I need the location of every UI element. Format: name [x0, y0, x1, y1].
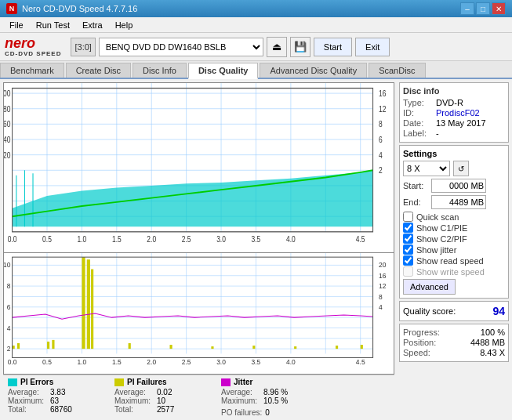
settings-reset-button[interactable]: ↺: [453, 161, 469, 176]
disc-label-row: Label: -: [403, 129, 505, 138]
svg-text:16: 16: [379, 272, 387, 280]
settings-title: Settings: [403, 149, 505, 158]
advanced-button[interactable]: Advanced: [403, 279, 456, 295]
tab-advanced-disc-quality[interactable]: Advanced Disc Quality: [260, 63, 367, 78]
maximize-button[interactable]: □: [476, 2, 490, 15]
show-read-speed-checkbox[interactable]: [403, 255, 413, 266]
svg-text:4.5: 4.5: [356, 234, 365, 244]
show-c2pif-label: Show C2/PIF: [416, 234, 467, 244]
svg-text:3.5: 3.5: [252, 234, 261, 244]
minimize-button[interactable]: –: [460, 2, 474, 15]
speed-label: Speed:: [403, 348, 430, 357]
progress-value: 100 %: [481, 328, 505, 337]
pi-errors-max-row: Maximum: 63: [8, 396, 102, 405]
svg-text:4: 4: [379, 150, 383, 160]
menu-run-test[interactable]: Run Test: [30, 19, 76, 31]
exit-button[interactable]: Exit: [355, 38, 390, 56]
svg-text:2.0: 2.0: [147, 234, 156, 244]
chart-panel: 100 80 60 40 20 16 12 8 6 4 2: [3, 82, 394, 419]
disc-date-row: Date: 13 May 2017: [403, 118, 505, 128]
end-mb-input[interactable]: [431, 195, 486, 209]
titlebar-title: Nero CD-DVD Speed 4.7.7.16: [22, 4, 137, 13]
svg-rect-82: [91, 270, 93, 349]
svg-rect-78: [47, 342, 49, 349]
tab-scan-disc[interactable]: ScanDisc: [369, 63, 425, 78]
pi-failures-max-value: 10: [157, 396, 165, 405]
jitter-avg-label: Average:: [221, 388, 260, 396]
jitter-max-label: Maximum:: [221, 396, 260, 405]
menu-help[interactable]: Help: [109, 19, 140, 31]
disc-info-section: Disc info Type: DVD-R ID: ProdiscF02 Dat…: [399, 82, 509, 143]
svg-text:0.5: 0.5: [42, 234, 52, 244]
svg-text:2: 2: [379, 165, 383, 175]
svg-text:40: 40: [4, 135, 10, 144]
pi-failures-total-row: Total: 2577: [114, 405, 209, 414]
svg-text:12: 12: [379, 104, 386, 114]
pi-errors-stats: PI Errors Average: 3.83 Maximum: 63 Tota…: [8, 378, 102, 417]
tab-disc-quality[interactable]: Disc Quality: [188, 63, 259, 79]
svg-text:16: 16: [379, 89, 386, 98]
show-c2pif-checkbox[interactable]: [403, 234, 413, 244]
show-jitter-checkbox[interactable]: [403, 244, 413, 255]
position-row: Position: 4488 MB: [403, 338, 505, 347]
tab-benchmark[interactable]: Benchmark: [0, 63, 64, 78]
svg-rect-80: [82, 257, 85, 349]
start-mb-input[interactable]: [431, 179, 486, 193]
pi-failures-max-row: Maximum: 10: [114, 396, 209, 405]
bottom-chart-svg: 10 8 6 4 2 20 16 12 8 4: [4, 253, 394, 374]
logo: nero CD-DVD SPEED: [5, 36, 61, 57]
svg-rect-85: [211, 346, 213, 349]
save-button[interactable]: 💾: [290, 37, 310, 57]
svg-text:1.0: 1.0: [78, 358, 87, 366]
menu-file[interactable]: File: [3, 19, 30, 31]
titlebar: N Nero CD-DVD Speed 4.7.7.16 – □ ✕: [0, 0, 512, 17]
start-button[interactable]: Start: [314, 38, 352, 56]
bottom-chart: 10 8 6 4 2 20 16 12 8 4: [3, 253, 394, 375]
tab-create-disc[interactable]: Create Disc: [66, 63, 131, 78]
show-jitter-label: Show jitter: [416, 245, 456, 255]
svg-text:0.0: 0.0: [8, 234, 17, 244]
show-write-speed-checkbox[interactable]: [403, 266, 413, 277]
start-mb-label: Start:: [403, 181, 428, 190]
show-write-speed-row: Show write speed: [403, 266, 505, 277]
jitter-header: Jitter: [221, 378, 315, 386]
show-write-speed-label: Show write speed: [416, 267, 485, 277]
quality-score-section: Quality score: 94: [399, 301, 509, 321]
top-chart-svg: 100 80 60 40 20 16 12 8 6 4 2: [4, 83, 394, 252]
drive-select[interactable]: BENQ DVD DD DW1640 BSLB: [99, 38, 263, 56]
jitter-max-value: 10.5 %: [263, 396, 288, 405]
pi-failures-color: [114, 378, 124, 386]
disc-date-label: Date:: [403, 118, 433, 128]
svg-text:1.5: 1.5: [112, 234, 122, 244]
svg-text:6: 6: [379, 135, 383, 144]
tab-disc-info[interactable]: Disc Info: [133, 63, 187, 78]
menu-extra[interactable]: Extra: [76, 19, 109, 31]
disc-id-value: ProdiscF02: [436, 108, 480, 118]
quick-scan-checkbox[interactable]: [403, 212, 413, 222]
show-c1pie-checkbox[interactable]: [403, 223, 413, 233]
svg-rect-84: [169, 345, 172, 349]
po-failures-label: PO failures:: [221, 408, 262, 417]
titlebar-left: N Nero CD-DVD Speed 4.7.7.16: [6, 3, 137, 14]
tabs-bar: Benchmark Create Disc Disc Info Disc Qua…: [0, 61, 512, 79]
quick-scan-label: Quick scan: [416, 212, 459, 222]
stats-bar: PI Errors Average: 3.83 Maximum: 63 Tota…: [3, 375, 394, 419]
close-button[interactable]: ✕: [492, 2, 506, 15]
progress-label: Progress:: [403, 328, 440, 337]
pi-errors-avg-value: 3.83: [50, 388, 65, 396]
speed-row: Speed: 8.43 X: [403, 348, 505, 357]
svg-rect-89: [361, 345, 363, 349]
pi-errors-total-row: Total: 68760: [8, 405, 102, 414]
svg-text:8: 8: [379, 119, 383, 129]
show-read-speed-label: Show read speed: [416, 256, 484, 266]
pi-errors-max-label: Maximum:: [8, 396, 47, 405]
speed-select[interactable]: 8 X MAX 2 X 4 X 6 X 12 X 16 X: [403, 161, 450, 176]
eject-button[interactable]: ⏏: [267, 37, 287, 57]
pi-failures-total-label: Total:: [114, 405, 154, 414]
disc-date-value: 13 May 2017: [436, 118, 486, 128]
start-row: Start:: [403, 179, 505, 193]
svg-text:6: 6: [7, 303, 11, 311]
show-jitter-row: Show jitter: [403, 244, 505, 255]
svg-text:3.0: 3.0: [216, 358, 226, 366]
disc-type-label: Type:: [403, 98, 433, 107]
